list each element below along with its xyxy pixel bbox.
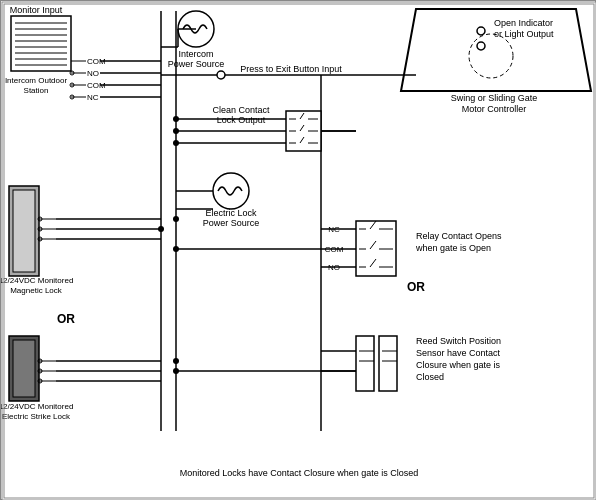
svg-text:Swing or Sliding Gate: Swing or Sliding Gate [451, 93, 538, 103]
svg-text:Electric Strike Lock: Electric Strike Lock [2, 412, 71, 421]
svg-text:when gate is Open: when gate is Open [415, 243, 491, 253]
svg-text:Station: Station [24, 86, 49, 95]
svg-text:Relay Contact Opens: Relay Contact Opens [416, 231, 502, 241]
svg-point-120 [173, 358, 179, 364]
svg-text:NC: NC [87, 93, 99, 102]
svg-rect-95 [356, 336, 374, 391]
svg-point-142 [173, 140, 179, 146]
svg-text:OR: OR [407, 280, 425, 294]
svg-text:Press to Exit Button Input: Press to Exit Button Input [240, 64, 342, 74]
svg-text:Closed: Closed [416, 372, 444, 382]
svg-rect-59 [13, 340, 35, 397]
svg-text:Electric Lock: Electric Lock [205, 208, 257, 218]
svg-text:Sensor have Contact: Sensor have Contact [416, 348, 501, 358]
svg-text:Monitor Input: Monitor Input [10, 5, 63, 15]
svg-point-141 [173, 116, 179, 122]
svg-point-118 [173, 216, 179, 222]
svg-text:Magnetic Lock: Magnetic Lock [10, 286, 63, 295]
svg-rect-48 [13, 190, 35, 272]
wiring-diagram: Monitor Input COM NO COM NC Intercom Out… [0, 0, 596, 500]
svg-text:Closure when gate is: Closure when gate is [416, 360, 501, 370]
svg-text:Power Source: Power Source [203, 218, 260, 228]
svg-text:Open Indicator: Open Indicator [494, 18, 553, 28]
svg-point-119 [173, 246, 179, 252]
svg-text:or Light Output: or Light Output [494, 29, 554, 39]
svg-text:12/24VDC Monitored: 12/24VDC Monitored [1, 402, 73, 411]
svg-text:Motor Controller: Motor Controller [462, 104, 527, 114]
svg-text:OR: OR [57, 312, 75, 326]
svg-point-121 [173, 368, 179, 374]
svg-text:12/24VDC Monitored: 12/24VDC Monitored [1, 276, 73, 285]
svg-text:Clean Contact: Clean Contact [212, 105, 270, 115]
svg-point-117 [173, 128, 179, 134]
svg-rect-1 [11, 16, 71, 71]
svg-rect-96 [379, 336, 397, 391]
svg-text:Lock Output: Lock Output [217, 115, 266, 125]
svg-text:NO: NO [87, 69, 99, 78]
svg-text:Intercom Outdoor: Intercom Outdoor [5, 76, 68, 85]
svg-text:Monitored Locks have Contact C: Monitored Locks have Contact Closure whe… [180, 468, 419, 478]
svg-text:Intercom: Intercom [178, 49, 213, 59]
svg-text:Reed Switch Position: Reed Switch Position [416, 336, 501, 346]
svg-point-122 [158, 226, 164, 232]
